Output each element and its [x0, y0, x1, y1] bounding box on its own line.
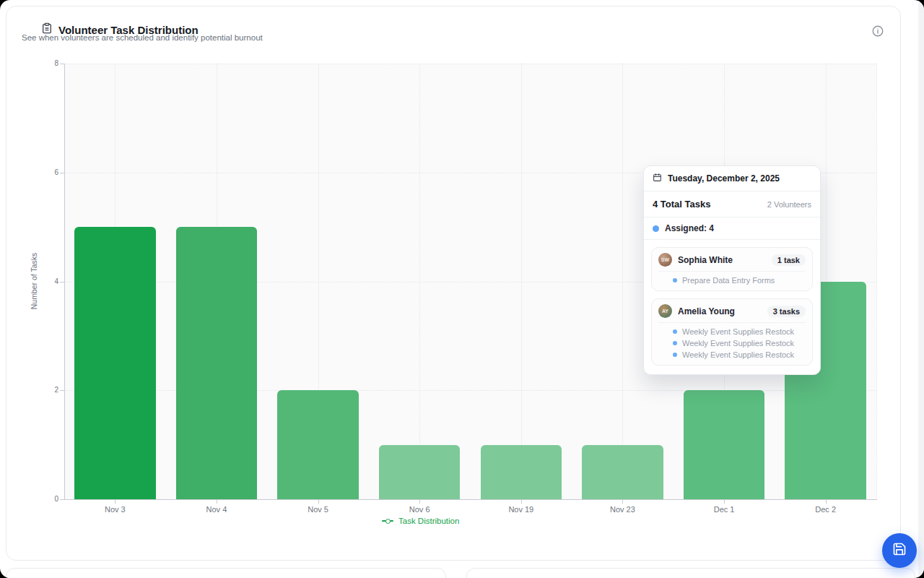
task-item: Weekly Event Supplies Restock [673, 350, 806, 359]
task-dot-icon [673, 341, 677, 345]
avatar: AY [658, 304, 672, 318]
bar-nov-19[interactable] [481, 445, 562, 499]
y-tick-label: 2 [37, 386, 58, 394]
bar-nov-23[interactable] [582, 445, 663, 499]
page-subtitle: See when volunteers are scheduled and id… [22, 33, 263, 42]
x-tick-label: Nov 3 [82, 505, 147, 514]
y-axis-title: Number of Tasks [30, 209, 38, 353]
task-item: Weekly Event Supplies Restock [673, 327, 806, 336]
avatar: SW [658, 253, 672, 267]
task-dot-icon [673, 329, 677, 334]
bar-nov-4[interactable] [176, 227, 258, 499]
y-tick-label: 4 [37, 277, 58, 285]
tooltip-assigned-row: Assigned: 4 [644, 217, 820, 240]
volunteer-name: Sophia White [678, 255, 766, 265]
task-item: Weekly Event Supplies Restock [673, 339, 806, 348]
gridline-horizontal [64, 64, 876, 64]
volunteer-count: 2 Volunteers [767, 200, 811, 209]
legend-line-marker-icon [382, 520, 393, 522]
x-axis-line [64, 499, 877, 500]
calendar-icon [653, 173, 662, 184]
bar-nov-5[interactable] [277, 390, 359, 499]
x-tick-label: Dec 1 [692, 505, 757, 514]
task-list: Weekly Event Supplies RestockWeekly Even… [658, 323, 806, 360]
gridline-vertical [419, 64, 420, 499]
legend-label: Task Distribution [398, 517, 459, 525]
x-tick-label: Nov 4 [184, 505, 249, 514]
x-tick-label: Dec 2 [793, 505, 858, 514]
app-window: Volunteer Task Distribution See when vol… [0, 0, 924, 578]
chart-tooltip: Tuesday, December 2, 2025 4 Total Tasks … [643, 165, 821, 375]
assigned-label: Assigned: 4 [665, 223, 714, 233]
task-list: Prepare Data Entry Forms [658, 272, 806, 285]
gridline-vertical [876, 64, 877, 499]
task-dot-icon [673, 353, 677, 357]
scrollbar[interactable] [918, 0, 924, 578]
task-item: Prepare Data Entry Forms [673, 276, 806, 285]
volunteer-card: SWSophia White1 taskPrepare Data Entry F… [651, 247, 813, 291]
y-axis-line [64, 64, 65, 499]
bottom-card-left [6, 568, 446, 578]
tooltip-header: Tuesday, December 2, 2025 [644, 166, 820, 191]
total-tasks: 4 Total Tasks [653, 199, 710, 210]
bar-nov-6[interactable] [379, 445, 461, 499]
x-tick-label: Nov 6 [387, 505, 452, 514]
tooltip-volunteer-list: SWSophia White1 taskPrepare Data Entry F… [644, 240, 820, 374]
task-count-badge: 1 task [772, 254, 806, 266]
assigned-dot-icon [653, 225, 659, 232]
info-icon[interactable] [871, 25, 884, 38]
bottom-card-right [466, 568, 915, 578]
y-tick-label: 8 [37, 59, 58, 67]
tooltip-date: Tuesday, December 2, 2025 [668, 173, 780, 184]
x-tick-label: Nov 5 [286, 505, 351, 514]
tooltip-totals-row: 4 Total Tasks 2 Volunteers [644, 191, 820, 217]
y-tick-label: 0 [37, 495, 58, 503]
volunteer-card: AYAmelia Young3 tasksWeekly Event Suppli… [651, 298, 813, 366]
x-tick-label: Nov 19 [489, 505, 554, 514]
volunteer-name: Amelia Young [678, 306, 762, 316]
task-count-badge: 3 tasks [767, 306, 806, 317]
x-tick-label: Nov 23 [590, 505, 655, 514]
chart-legend[interactable]: Task Distribution [382, 517, 459, 525]
bar-nov-3[interactable] [74, 227, 156, 499]
save-button[interactable] [882, 533, 917, 568]
save-icon [892, 542, 907, 559]
volunteer-task-distribution-card: Volunteer Task Distribution See when vol… [6, 6, 901, 561]
gridline-vertical [521, 64, 522, 499]
y-tick-label: 6 [37, 168, 58, 176]
gridline-vertical [622, 64, 623, 499]
task-dot-icon [673, 278, 677, 282]
bar-dec-1[interactable] [684, 390, 765, 499]
